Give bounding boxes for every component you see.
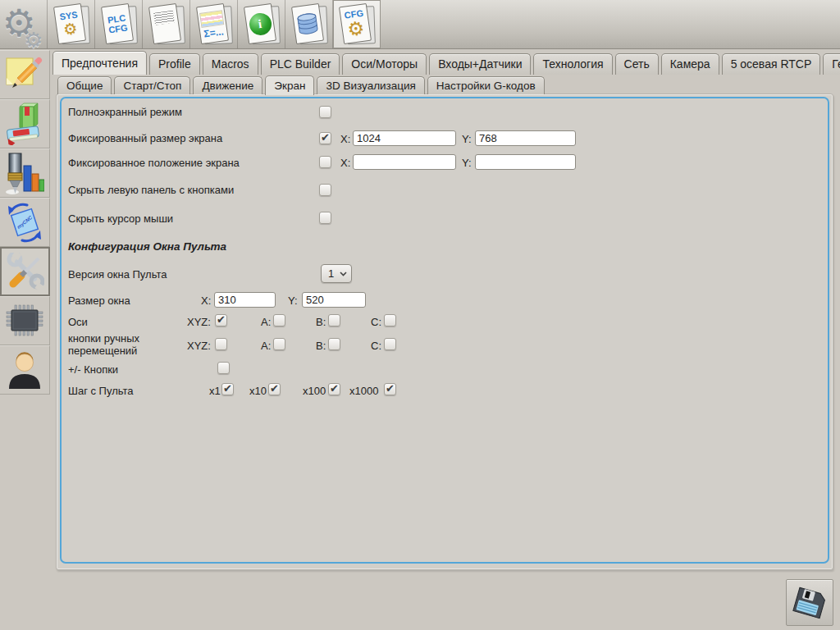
step-x1000-checkbox[interactable]: [384, 383, 396, 395]
step-x1000-label: x1000: [349, 385, 378, 397]
tab-profile[interactable]: Profile: [149, 53, 200, 75]
window-size-x-label: X:: [201, 294, 211, 307]
jog-a-label: A:: [261, 340, 271, 352]
database-cylinder-icon: [294, 11, 320, 36]
sidebar-item-hardware[interactable]: [0, 296, 50, 345]
axes-xyz-label: XYZ:: [187, 316, 211, 328]
tab-axes-motors[interactable]: Оси/Моторы: [342, 53, 427, 75]
sidebar-item-settings[interactable]: [0, 247, 50, 296]
sum-doc-icon: Σ=...: [198, 4, 231, 45]
axes-a-checkbox[interactable]: [273, 314, 285, 326]
mycnc-rotate-icon: myCNC: [5, 202, 44, 243]
fullscreen-label: Полноэкранный режим: [68, 106, 182, 118]
tab-motion[interactable]: Движение: [193, 76, 262, 94]
sidebar-item-mycnc-update[interactable]: myCNC: [0, 198, 50, 247]
chip-icon: [5, 304, 44, 338]
axes-b-checkbox[interactable]: [328, 314, 340, 326]
save-button[interactable]: [786, 579, 833, 626]
fixed-pos-y-input[interactable]: [475, 154, 576, 170]
pult-config-header: Конфигурация Окна Пульта: [68, 240, 226, 253]
hide-cursor-label: Скрыть курсор мыши: [68, 212, 173, 225]
tab-plc-builder[interactable]: PLC Builder: [261, 53, 340, 75]
left-sidebar: myCNC: [0, 50, 50, 395]
tab-inputs-sensors[interactable]: Входы+Датчики: [429, 53, 531, 75]
sidebar-item-notes[interactable]: [0, 50, 50, 99]
sidebar-item-tool-stats[interactable]: [0, 148, 50, 198]
jog-c-checkbox[interactable]: [384, 338, 396, 350]
sidebar-item-user[interactable]: [0, 345, 50, 395]
tab-preferences[interactable]: Предпочтения: [52, 51, 147, 75]
database-doc-icon: [293, 4, 326, 45]
pult-version-select[interactable]: 1: [321, 264, 352, 283]
fixed-pos-checkbox[interactable]: [319, 156, 331, 168]
fixed-size-y-label: Y:: [462, 133, 472, 145]
fixed-pos-label: Фиксированное положение экрана: [68, 157, 240, 169]
main-tab-bar: Предпочтения Profile Macros PLC Builder …: [52, 51, 838, 75]
fixed-size-y-input[interactable]: [475, 130, 576, 146]
log-document-button[interactable]: [143, 0, 190, 48]
axes-xyz-checkbox[interactable]: [215, 314, 227, 326]
step-x10-checkbox[interactable]: [268, 383, 281, 395]
macro-wizard-button[interactable]: Σ=...: [190, 0, 238, 48]
fixed-size-x-label: X:: [340, 133, 350, 145]
lined-doc-icon: [150, 4, 183, 45]
tab-3d-visualization[interactable]: 3D Визуализация: [317, 76, 424, 94]
hide-left-panel-label: Скрыть левую панель с кнопками: [68, 184, 234, 196]
screen-settings-panel: Полноэкранный режим Фиксированный размер…: [60, 97, 829, 564]
axes-a-label: A:: [261, 316, 271, 328]
tab-general[interactable]: Общие: [57, 76, 112, 94]
fixed-size-x-input[interactable]: [353, 130, 456, 146]
tab-gamepad[interactable]: Геймпад: [823, 53, 840, 75]
pult-version-label: Версия окна Пульта: [68, 268, 167, 281]
tab-camera[interactable]: Камера: [661, 53, 719, 75]
jog-a-checkbox[interactable]: [273, 338, 285, 350]
top-toolbar: ⚙ ⚙ SYS ⚙ PLC CFG: [0, 0, 840, 49]
plus-minus-checkbox[interactable]: [217, 362, 230, 374]
plc-config-button[interactable]: PLC CFG: [95, 0, 143, 48]
user-icon: [6, 350, 43, 390]
hide-cursor-checkbox[interactable]: [319, 212, 331, 224]
tab-5axis-rtcp[interactable]: 5 осевая RTCP: [722, 53, 821, 75]
fixed-size-label: Фиксированный размер экрана: [68, 132, 222, 144]
tab-network[interactable]: Сеть: [615, 53, 659, 75]
info-button[interactable]: i: [238, 0, 285, 48]
pult-step-label: Шаг с Пульта: [68, 385, 134, 397]
fixed-pos-y-label: Y:: [462, 157, 472, 169]
tab-start-stop[interactable]: Старт/Стоп: [114, 76, 190, 94]
step-x100-checkbox[interactable]: [328, 383, 340, 395]
chevron-down-icon: [340, 272, 347, 276]
sub-tab-bar: Общие Старт/Стоп Движение Экран 3D Визуа…: [57, 75, 545, 94]
cfg-button[interactable]: CFG ⚙: [333, 0, 381, 48]
fixed-pos-x-label: X:: [340, 157, 350, 169]
gear-icon: ⚙: [62, 20, 79, 37]
sys-config-button[interactable]: SYS ⚙: [48, 0, 95, 48]
axes-b-label: B:: [316, 316, 326, 328]
step-x1-checkbox[interactable]: [221, 383, 234, 395]
gear-icon: ⚙: [346, 18, 366, 39]
axes-c-checkbox[interactable]: [384, 314, 396, 326]
window-size-x-input[interactable]: [214, 292, 276, 308]
system-settings-button[interactable]: ⚙ ⚙: [0, 0, 48, 48]
hide-left-panel-checkbox[interactable]: [319, 184, 331, 196]
cfg-doc-icon: CFG ⚙: [340, 4, 373, 45]
fixed-size-checkbox[interactable]: [319, 132, 331, 144]
database-button[interactable]: [285, 0, 333, 48]
jog-buttons-label: кнопки ручных перемещений: [68, 332, 167, 357]
plus-minus-label: +/- Кнопки: [68, 363, 118, 376]
tab-technology[interactable]: Технология: [533, 53, 612, 75]
jog-xyz-label: XYZ:: [187, 340, 211, 352]
jog-xyz-checkbox[interactable]: [215, 338, 227, 350]
app-window: ⚙ ⚙ SYS ⚙ PLC CFG: [0, 0, 840, 630]
tab-gcode-settings[interactable]: Настройки G-кодов: [427, 76, 545, 94]
sys-doc-icon: SYS ⚙: [55, 4, 88, 45]
tools-icon: [7, 253, 44, 290]
tab-macros[interactable]: Macros: [203, 53, 258, 75]
fullscreen-checkbox[interactable]: [319, 106, 331, 118]
note-pencil-icon: [4, 54, 45, 95]
fixed-pos-x-input[interactable]: [353, 154, 456, 170]
sidebar-item-docs[interactable]: [0, 99, 50, 148]
window-size-y-input[interactable]: [302, 292, 366, 308]
jog-b-checkbox[interactable]: [328, 338, 340, 350]
window-size-y-label: Y:: [288, 294, 298, 307]
tab-screen[interactable]: Экран: [265, 75, 314, 95]
